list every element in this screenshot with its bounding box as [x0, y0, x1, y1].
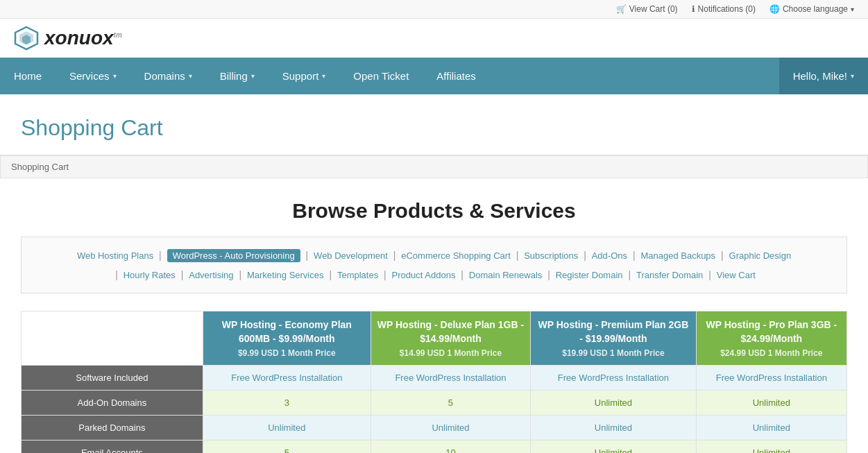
nav-affiliates-label: Affiliates [436, 70, 475, 82]
cat-transfer-domain[interactable]: Transfer Domain [636, 270, 703, 280]
feature-value: Free WordPress Installation [203, 366, 371, 391]
language-chevron-icon: ▾ [851, 6, 854, 13]
cat-advertising[interactable]: Advertising [189, 270, 233, 280]
cat-marketing[interactable]: Marketing Services [247, 270, 324, 280]
feature-label: Email Accounts [22, 441, 203, 453]
main-content: Browse Products & Services Web Hosting P… [0, 178, 868, 453]
user-chevron-icon: ▾ [851, 72, 854, 80]
globe-icon: 🌐 [769, 4, 780, 14]
page-title: Shopping Cart [21, 115, 847, 141]
table-row: Add-On Domains35UnlimitedUnlimited [22, 391, 847, 416]
sep4: | [516, 250, 519, 261]
table-row: Parked DomainsUnlimitedUnlimitedUnlimite… [22, 416, 847, 441]
plan-deluxe-name: WP Hosting - Deluxe Plan 1GB - $14.99/Mo… [377, 318, 525, 345]
nav-open-ticket-label: Open Ticket [353, 70, 409, 82]
cat-web-dev[interactable]: Web Development [314, 250, 388, 261]
sep10: | [239, 269, 241, 280]
nav-domains-label: Domains [144, 70, 185, 82]
empty-header [22, 311, 203, 366]
nav-services[interactable]: Services ▾ [56, 58, 130, 94]
feature-value: 5 [371, 391, 530, 416]
feature-value: Unlimited [371, 416, 530, 441]
nav-user[interactable]: Hello, Mike! ▾ [779, 58, 868, 94]
logo-icon [14, 26, 39, 51]
plan-premium-name: WP Hosting - Premium Plan 2GB - $19.99/M… [536, 318, 690, 345]
plan-premium-header[interactable]: WP Hosting - Premium Plan 2GB - $19.99/M… [531, 311, 697, 366]
language-link[interactable]: Choose language [783, 4, 848, 14]
sep9: | [181, 269, 184, 280]
nav-open-ticket[interactable]: Open Ticket [339, 58, 423, 94]
feature-value: Unlimited [696, 416, 846, 441]
nav-billing-label: Billing [220, 70, 248, 82]
cart-link[interactable]: View Cart (0) [629, 4, 678, 14]
plan-pro-name: WP Hosting - Pro Plan 3GB - $24.99/Month [702, 318, 841, 345]
feature-value: 10 [371, 441, 530, 453]
feature-label: Software Included [22, 366, 203, 391]
support-chevron-icon: ▾ [322, 72, 325, 80]
domains-chevron-icon: ▾ [189, 72, 192, 80]
cat-templates[interactable]: Templates [337, 270, 378, 280]
feature-value: 5 [203, 441, 371, 453]
cat-addons[interactable]: Add-Ons [592, 250, 627, 261]
nav-home[interactable]: Home [0, 58, 56, 94]
cat-graphic-design[interactable]: Graphic Design [729, 250, 792, 261]
sep8: | [115, 269, 118, 280]
category-links: Web Hosting Plans | WordPress - Auto Pro… [21, 237, 847, 293]
nav-domains[interactable]: Domains ▾ [130, 58, 206, 94]
browse-title: Browse Products & Services [21, 199, 847, 223]
sep2: | [306, 250, 309, 261]
notifications-item[interactable]: ℹ Notifications (0) [692, 4, 756, 14]
cat-product-addons[interactable]: Product Addons [392, 270, 456, 280]
main-nav: Home Services ▾ Domains ▾ Billing ▾ Supp… [0, 58, 868, 94]
feature-value: Unlimited [203, 416, 371, 441]
sep1: | [159, 250, 162, 261]
plan-economy-header[interactable]: WP Hosting - Economy Plan 600MB - $9.99/… [203, 311, 371, 366]
plan-economy-price: $9.99 USD 1 Month Price [209, 348, 365, 358]
services-chevron-icon: ▾ [113, 72, 117, 80]
cart-icon: 🛒 [616, 4, 627, 14]
nav-support-label: Support [282, 70, 319, 82]
table-row: Email Accounts510UnlimitedUnlimited [22, 441, 847, 453]
cat-wordpress-auto[interactable]: WordPress - Auto Provisioning [167, 249, 300, 262]
cat-subscriptions[interactable]: Subscriptions [524, 250, 578, 261]
table-row: Software IncludedFree WordPress Installa… [22, 366, 847, 391]
sep14: | [547, 269, 550, 280]
plan-pro-header[interactable]: WP Hosting - Pro Plan 3GB - $24.99/Month… [696, 311, 846, 366]
nav-user-label: Hello, Mike! [793, 70, 847, 82]
cat-view-cart[interactable]: View Cart [717, 270, 756, 280]
plan-deluxe-price: $14.99 USD 1 Month Price [377, 348, 525, 358]
sep3: | [393, 250, 396, 261]
feature-value: Unlimited [531, 441, 697, 453]
nav-support[interactable]: Support ▾ [269, 58, 340, 94]
cat-managed-backups[interactable]: Managed Backups [640, 250, 715, 261]
cart-item[interactable]: 🛒 View Cart (0) [616, 4, 678, 14]
language-item[interactable]: 🌐 Choose language ▾ [769, 4, 854, 14]
cat-hourly-rates[interactable]: Hourly Rates [124, 270, 176, 280]
cat-web-hosting[interactable]: Web Hosting Plans [77, 250, 153, 261]
notifications-link[interactable]: Notifications (0) [698, 4, 756, 14]
bell-icon: ℹ [692, 4, 695, 14]
feature-value: Unlimited [531, 416, 697, 441]
cat-register-domain[interactable]: Register Domain [556, 270, 623, 280]
logo[interactable]: xonuoxtm [14, 26, 122, 51]
nav-billing[interactable]: Billing ▾ [206, 58, 269, 94]
nav-affiliates[interactable]: Affiliates [423, 58, 489, 94]
plan-deluxe-header[interactable]: WP Hosting - Deluxe Plan 1GB - $14.99/Mo… [371, 311, 530, 366]
feature-label: Add-On Domains [22, 391, 203, 416]
sep16: | [708, 269, 711, 280]
feature-label: Parked Domains [22, 416, 203, 441]
feature-value: Free WordPress Installation [371, 366, 530, 391]
breadcrumb-text: Shopping Cart [11, 162, 69, 172]
feature-value: Unlimited [696, 441, 846, 453]
cat-ecommerce[interactable]: eCommerce Shopping Cart [401, 250, 511, 261]
top-bar: 🛒 View Cart (0) ℹ Notifications (0) 🌐 Ch… [0, 0, 868, 19]
cat-domain-renewals[interactable]: Domain Renewals [469, 270, 543, 280]
comparison-table: WP Hosting - Economy Plan 600MB - $9.99/… [21, 311, 847, 453]
sep12: | [384, 269, 386, 280]
plan-economy-name: WP Hosting - Economy Plan 600MB - $9.99/… [209, 318, 365, 345]
feature-value: 3 [203, 391, 371, 416]
breadcrumb: Shopping Cart [0, 155, 868, 178]
sep7: | [721, 250, 724, 261]
sep11: | [329, 269, 332, 280]
sep6: | [633, 250, 636, 261]
